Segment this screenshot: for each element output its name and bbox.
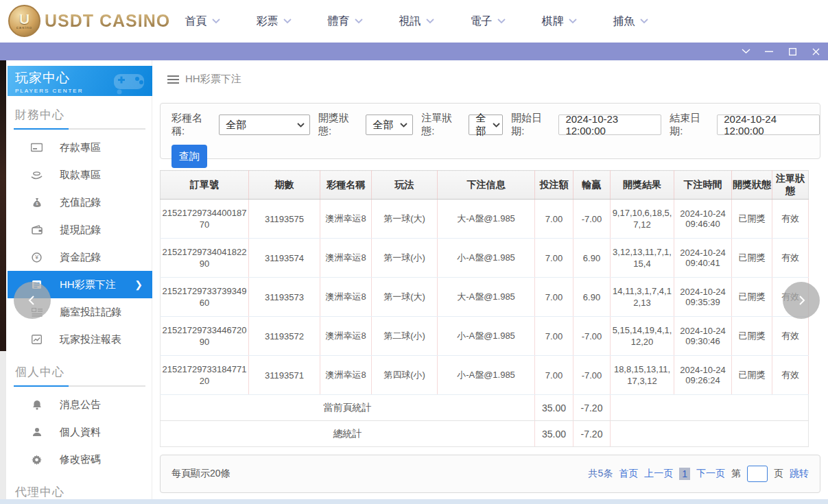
panel-next-button[interactable] xyxy=(783,282,820,319)
table-cell: 澳洲幸运8 xyxy=(320,200,372,239)
table-cell: 2024-10-24 09:26:24 xyxy=(674,356,732,395)
table-cell: 7.00 xyxy=(535,200,573,239)
table-cell: -7.00 xyxy=(573,317,611,356)
minimize-icon[interactable] xyxy=(762,45,776,58)
nav-item-label: 體育 xyxy=(328,14,350,29)
table-cell: 澳洲幸运8 xyxy=(320,317,372,356)
table-cell: 31193572 xyxy=(249,317,320,356)
close-icon[interactable] xyxy=(809,45,823,58)
column-header: 下注信息 xyxy=(438,171,535,200)
lottery-name-value: 全部 xyxy=(226,119,246,132)
coin-small-text: casino xyxy=(16,25,32,29)
table-cell: 2152172973373934960 xyxy=(161,278,249,317)
draw-status-label: 開獎狀態: xyxy=(318,112,362,138)
prev-page-link[interactable]: 上一页 xyxy=(644,468,673,480)
sidebar-section: 代理中心 xyxy=(7,484,152,504)
nav-item-5[interactable]: 電子 xyxy=(452,0,523,43)
pagination-controls: 共5条 首页 上一页 1 下一页 第 页 跳转 xyxy=(588,466,809,482)
table-row: 215217297331847712031193571澳洲幸运8第四球(小)小-… xyxy=(161,356,809,395)
search-button[interactable]: 查詢 xyxy=(171,145,207,168)
main-content: HH彩票下注 彩種名稱: 全部 開獎狀態: 全部 注單狀態: 全部 xyxy=(152,60,828,499)
sidebar: 玩家中心 PLAYERS CENTER 財務中心存款專區取款專區$充值記錄提現記… xyxy=(7,60,152,499)
table-cell: 大-A盤@1.985 xyxy=(438,200,535,239)
breadcrumb: HH彩票下注 xyxy=(167,73,241,86)
end-date-value: 2024-10-24 12:00:00 xyxy=(724,113,813,136)
table-cell: 2152172973404182290 xyxy=(161,239,249,278)
lottery-name-label: 彩種名稱: xyxy=(171,112,215,138)
table-cell: 18,8,15,13,11,17,3,12 xyxy=(611,356,674,395)
column-header: 開獎狀態 xyxy=(732,171,772,200)
sidebar-item-report-chart[interactable]: 玩家投注報表 xyxy=(7,326,152,353)
sidebar-item-label: 資金記錄 xyxy=(60,251,101,264)
sidebar-item-label: HH彩票下注 xyxy=(60,278,116,291)
table-cell: -7.00 xyxy=(573,200,611,239)
section-title: 個人中心 xyxy=(14,364,145,380)
nav-item-label: 視訊 xyxy=(399,14,421,29)
nav-item-7[interactable]: 捕魚 xyxy=(595,0,666,43)
first-page-link[interactable]: 首页 xyxy=(619,468,638,480)
start-date-label: 開始日期: xyxy=(511,112,554,138)
sidebar-item-deposit-card[interactable]: 存款專區 xyxy=(7,134,152,161)
nav-item-6[interactable]: 棋牌 xyxy=(523,0,595,43)
sidebar-collapse-button[interactable] xyxy=(14,282,51,319)
hamburger-icon[interactable] xyxy=(167,75,179,84)
section-title: 財務中心 xyxy=(14,107,145,123)
table-cell: 有效 xyxy=(772,200,809,239)
table-cell: 已開獎 xyxy=(732,200,772,239)
chevron-down-icon xyxy=(297,123,305,128)
maximize-icon[interactable] xyxy=(785,45,799,58)
sidebar-item-label: 充值記錄 xyxy=(60,196,101,209)
chevron-down-icon xyxy=(400,123,407,128)
table-cell: 6.90 xyxy=(573,239,611,278)
sidebar-item-label: 取款專區 xyxy=(60,169,101,182)
sidebar-item-recharge-bag[interactable]: $充值記錄 xyxy=(7,189,152,216)
players-center-header: 玩家中心 PLAYERS CENTER xyxy=(8,66,152,96)
summary-row: 當前頁統計35.00-7.20 xyxy=(161,395,809,421)
person-icon xyxy=(31,427,43,438)
table-cell: 31193571 xyxy=(249,356,320,395)
usdt-coin-icon: U casino xyxy=(8,5,40,37)
sidebar-item-label: 消息公告 xyxy=(60,398,101,411)
site-logo[interactable]: U casino USDT CASINO xyxy=(8,5,170,37)
table-row: 215217297340418229031193574澳洲幸运8第一球(小)小-… xyxy=(161,239,809,278)
nav-item-1[interactable]: 首頁 xyxy=(167,0,238,43)
top-navigation: U casino USDT CASINO 首頁彩票體育視訊電子棋牌捕魚 xyxy=(0,0,828,43)
chevron-down-icon[interactable] xyxy=(739,45,753,58)
nav-item-label: 棋牌 xyxy=(542,14,564,29)
sidebar-item-withdraw-hand[interactable]: 取款專區 xyxy=(7,161,152,189)
bets-table: 訂單號期數彩種名稱玩法下注信息投注額輸贏開獎結果下注時間開獎狀態注單狀態 215… xyxy=(160,170,809,447)
wallet-icon xyxy=(31,224,43,236)
table-cell: 7.00 xyxy=(535,278,573,317)
logo-text: USDT CASINO xyxy=(45,11,170,31)
draw-status-value: 全部 xyxy=(372,119,393,132)
chevron-down-icon xyxy=(212,19,220,24)
summary-winloss-total: -7.20 xyxy=(573,421,611,447)
table-cell: 第二球(小) xyxy=(372,317,438,356)
sidebar-item-person[interactable]: 個人資料 xyxy=(7,418,152,446)
nav-item-2[interactable]: 彩票 xyxy=(238,0,309,43)
jump-page-input[interactable] xyxy=(747,466,768,482)
column-header: 投注額 xyxy=(535,171,573,200)
sidebar-item-funds-coin[interactable]: ¥資金記錄 xyxy=(7,243,152,271)
sidebar-item-bell[interactable]: 消息公告 xyxy=(7,391,152,418)
sidebar-item-wallet[interactable]: 提現記錄 xyxy=(7,216,152,243)
gamepad-icon xyxy=(111,69,147,96)
column-header: 玩法 xyxy=(372,171,438,200)
next-page-link[interactable]: 下一页 xyxy=(696,468,725,480)
nav-item-3[interactable]: 體育 xyxy=(309,0,381,43)
end-date-input[interactable]: 2024-10-24 12:00:00 xyxy=(717,115,820,135)
order-status-select[interactable]: 全部 xyxy=(469,115,503,135)
window-titlebar xyxy=(0,43,828,60)
draw-status-select[interactable]: 全部 xyxy=(366,115,413,135)
table-cell: 2152172973318477120 xyxy=(161,356,249,395)
jump-button[interactable]: 跳转 xyxy=(790,468,809,480)
filter-panel: 彩種名稱: 全部 開獎狀態: 全部 注單狀態: 全部 開始日期: 2024-10… xyxy=(160,103,820,159)
sidebar-item-gear[interactable]: 修改密碼 xyxy=(7,446,152,473)
chevron-right-icon: ❯ xyxy=(134,279,143,290)
nav-item-4[interactable]: 視訊 xyxy=(381,0,452,43)
withdraw-hand-icon xyxy=(31,169,43,181)
start-date-input[interactable]: 2024-10-23 12:00:00 xyxy=(558,115,661,135)
funds-coin-icon: ¥ xyxy=(31,252,43,263)
lottery-name-select[interactable]: 全部 xyxy=(219,115,310,135)
column-header: 期數 xyxy=(249,171,320,200)
